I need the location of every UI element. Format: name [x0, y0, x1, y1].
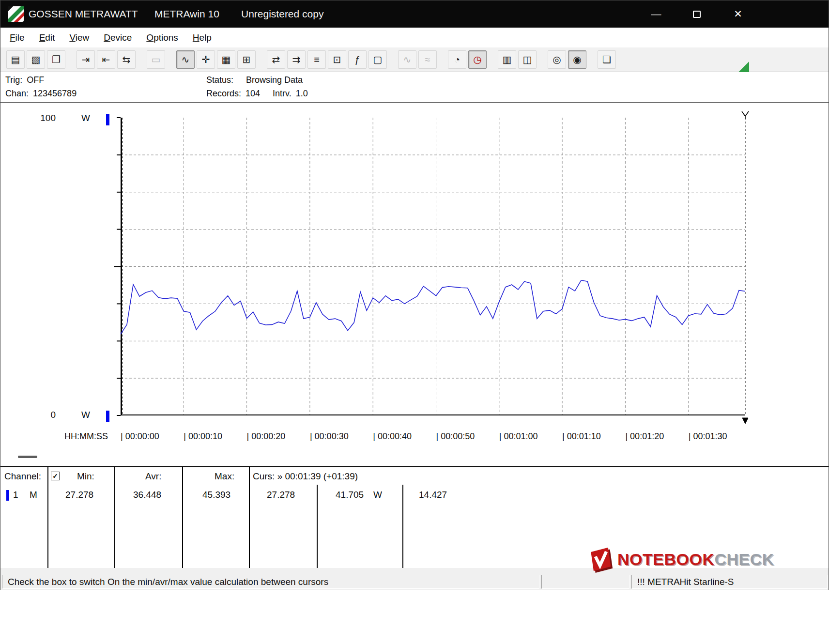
menu-item-view[interactable]: View	[62, 30, 96, 46]
value-cursor2: 41.705	[336, 490, 364, 500]
cursor2-top-handle	[742, 111, 749, 119]
records-status: Records:104Intrv.1.0	[206, 89, 308, 99]
x-tick-00:00:30: |00:00:30	[310, 431, 349, 442]
menu-bar: FileEditViewDeviceOptionsHelp	[0, 28, 829, 47]
menu-item-edit[interactable]: Edit	[32, 30, 62, 46]
header-avr: Avr:	[145, 471, 161, 482]
formula-icon: ƒ	[354, 54, 360, 65]
time-sync-icon: ◔	[454, 54, 460, 65]
header-min: Min:	[77, 471, 94, 482]
open-file-icon: ❐	[52, 54, 61, 65]
power-chart[interactable]	[121, 118, 745, 415]
display-config-icon: ▢	[373, 54, 383, 65]
close-icon: ✕	[734, 8, 742, 20]
timer-record-button[interactable]: ◷	[468, 50, 487, 69]
save-copy-icon: ▧	[31, 54, 41, 65]
monitor-display-button[interactable]: ⊡	[328, 50, 346, 69]
value-cursor1: 27.278	[267, 490, 295, 500]
x-tick-00:00:00: |00:00:00	[121, 431, 159, 442]
print-preview-button[interactable]: ◫	[518, 50, 537, 69]
cursor-lines[interactable]	[123, 111, 749, 424]
window-license-label: Unregistered copy	[241, 0, 323, 28]
cursor2-bottom-handle	[742, 418, 748, 424]
save-file-icon: ▤	[11, 54, 20, 65]
status-bar: Check the box to switch On the min/avr/m…	[0, 573, 829, 590]
crosshair-cursor-button[interactable]: ✛	[197, 50, 215, 69]
channel-color-marker-top	[106, 114, 109, 125]
series-line-channel-1-power	[121, 280, 745, 334]
print-button[interactable]: ▥	[498, 50, 516, 69]
formula-button[interactable]: ƒ	[348, 50, 367, 69]
zoom-pointer-button[interactable]: ◉	[568, 50, 586, 69]
import-data-button[interactable]: ⇤	[97, 50, 115, 69]
channel-setup-button[interactable]: ≡	[307, 50, 326, 69]
zoom-x-button[interactable]: ◎	[548, 50, 566, 69]
notebookcheck-watermark: NOTEBOOKCHECK	[586, 546, 774, 573]
x-tick-00:01:00: |00:01:00	[499, 431, 538, 442]
annotation-button[interactable]: ❏	[598, 50, 616, 69]
x-tick-00:01:30: |00:01:30	[689, 431, 727, 442]
monitor-display-icon: ⊡	[333, 54, 341, 65]
close-button[interactable]: ✕	[725, 4, 751, 24]
notebookcheck-logo-icon	[586, 546, 614, 573]
menu-item-device[interactable]: Device	[96, 30, 139, 46]
table-divider	[47, 467, 48, 568]
menu-item-file[interactable]: File	[2, 30, 32, 46]
header-channel: Channel:	[4, 471, 41, 482]
header-cursor: Curs: » 00:01:39 (+01:39)	[253, 471, 358, 482]
minmax-checkbox[interactable]: ✓	[51, 472, 60, 480]
title-bar: GOSSEN METRAWATT METRAwin 10 Unregistere…	[0, 0, 829, 28]
x-tick-00:01:10: |00:01:10	[562, 431, 601, 442]
toolbar: ▤▧❐⇥⇤⇆▭∿✛▦⊞⇄⇉≡⊡ƒ▢∿≈◔◷▥◫◎◉❏	[0, 47, 829, 72]
crosshair-cursor-icon: ✛	[202, 54, 210, 65]
merge-files-button[interactable]: ⇆	[117, 50, 136, 69]
gmc-logo-icon	[8, 6, 24, 22]
open-file-button[interactable]: ❐	[47, 50, 65, 69]
annotation-icon: ❏	[602, 54, 611, 65]
waveform-a-icon: ∿	[403, 54, 412, 65]
value-delta: 14.427	[419, 490, 447, 500]
zoom-x-icon: ◎	[553, 54, 561, 65]
channel-color-marker	[6, 490, 9, 501]
x-tick-00:00:10: |00:00:10	[184, 431, 222, 442]
table-divider	[249, 467, 250, 568]
x-tick-00:01:20: |00:01:20	[625, 431, 664, 442]
minimize-icon: —	[651, 8, 661, 20]
value-cursor2-unit: W	[373, 490, 382, 500]
merge-files-icon: ⇆	[123, 54, 131, 65]
channel-color-marker-bottom	[106, 411, 109, 422]
chart-panel: 100 W 0 W HH:MM:SS |00:00:00|00:00:10|00…	[0, 102, 829, 465]
line-chart-view-button[interactable]: ∿	[176, 50, 195, 69]
table-view-button[interactable]: ▦	[217, 50, 235, 69]
trigger-status: Trig:OFF	[5, 75, 44, 85]
menu-item-options[interactable]: Options	[139, 30, 185, 46]
waveform-b-icon: ≈	[425, 54, 430, 65]
save-copy-button[interactable]: ▧	[27, 50, 45, 69]
x-tick-00:00:20: |00:00:20	[247, 431, 286, 442]
x-tick-00:00:40: |00:00:40	[373, 431, 412, 442]
y-axis-min-label: 0	[34, 410, 56, 420]
bar-graph-view-button[interactable]: ⊞	[237, 50, 256, 69]
header-max: Max:	[215, 471, 234, 482]
menu-item-help[interactable]: Help	[185, 30, 219, 46]
timer-record-icon: ◷	[473, 54, 481, 65]
h-scrollbar-thumb[interactable]	[18, 456, 37, 458]
device-write-icon: ⇉	[292, 54, 301, 65]
minimize-button[interactable]: —	[644, 4, 669, 24]
device-read-button[interactable]: ⇄	[267, 50, 285, 69]
channel-status: Chan:123456789	[5, 89, 77, 99]
device-write-button[interactable]: ⇉	[287, 50, 306, 69]
time-sync-button[interactable]: ◔	[448, 50, 466, 69]
statusbar-hint: Check the box to switch On the min/avr/m…	[2, 575, 539, 589]
y-axis-max-label: 100	[34, 113, 56, 123]
display-config-button[interactable]: ▢	[368, 50, 387, 69]
line-chart-view-icon: ∿	[182, 54, 190, 65]
bar-graph-view-icon: ⊞	[243, 54, 251, 65]
info-strip: Trig:OFF Chan:123456789 Status:Browsing …	[0, 72, 829, 102]
save-file-button[interactable]: ▤	[6, 50, 25, 69]
y-axis-unit-bottom: W	[81, 410, 90, 420]
channel-number: 1	[13, 490, 18, 500]
maximize-button[interactable]	[684, 4, 709, 24]
export-data-button[interactable]: ⇥	[77, 50, 95, 69]
y-axis-unit-top: W	[81, 113, 90, 123]
